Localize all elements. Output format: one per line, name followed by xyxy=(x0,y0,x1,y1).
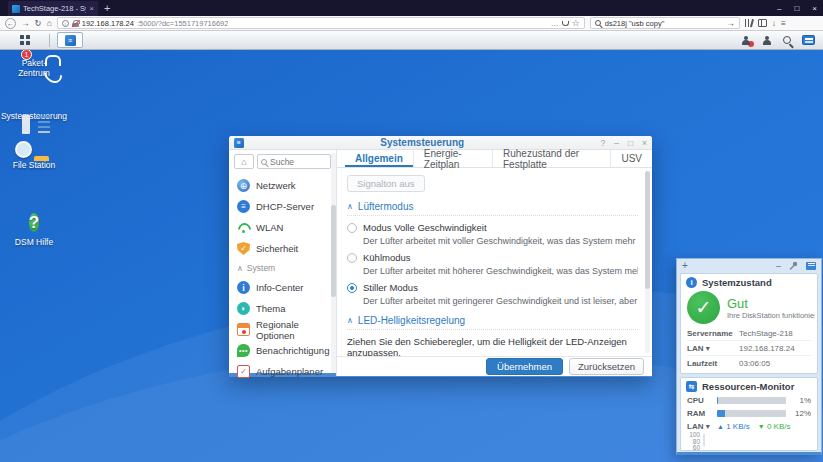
fan-radio[interactable] xyxy=(347,253,357,263)
regional-options-icon xyxy=(237,323,250,336)
desktop-icon-label: File Station xyxy=(2,160,66,170)
fan-option-quiet-mode[interactable]: Stiller Modus xyxy=(347,282,638,293)
browser-search-bar[interactable]: → xyxy=(590,17,740,29)
desktop-icon-systemsteuerung[interactable]: Systemsteuerung xyxy=(2,111,66,121)
search-go-icon[interactable]: → xyxy=(726,18,735,28)
lan-row[interactable]: LAN ▾ ▲ 1 KB/s ▼ 0 KB/s xyxy=(681,420,817,433)
forward-icon[interactable]: → xyxy=(21,18,30,28)
bookmark-star-icon[interactable]: ☆ xyxy=(572,18,580,28)
scrollbar-thumb[interactable] xyxy=(331,205,336,297)
library-icon[interactable] xyxy=(745,19,753,27)
notifications-icon[interactable] xyxy=(741,36,751,45)
tab-ruhezustand[interactable]: Ruhezustand der Festplatte xyxy=(492,150,610,167)
minimize-window-icon[interactable]: – xyxy=(777,4,781,13)
upload-arrow-icon: ▲ xyxy=(717,423,724,430)
home-button[interactable]: ⌂ xyxy=(234,154,254,169)
tab-usv[interactable]: USV xyxy=(610,150,652,167)
widgets-panel-icon[interactable] xyxy=(802,35,815,45)
sidebar-search[interactable] xyxy=(257,154,331,169)
sidebar-item-info-center[interactable]: i Info-Center xyxy=(229,277,336,298)
tab-allgemein[interactable]: Allgemein xyxy=(345,150,413,167)
system-health-header[interactable]: i Systemzustand xyxy=(681,274,817,290)
widget-title: Ressourcen-Monitor xyxy=(702,381,794,392)
row-value: TechStage-218 xyxy=(739,329,793,338)
resource-monitor-header[interactable]: ⇆ Ressourcen-Monitor xyxy=(681,378,817,394)
sidebar-item-dhcp-server[interactable]: ≡ DHCP-Server xyxy=(229,196,336,217)
tab-label: Energie-Zeitplan xyxy=(424,148,482,170)
section-title: LED-Helligkeitsregelung xyxy=(358,315,465,326)
content-scrollbar[interactable] xyxy=(645,171,650,353)
control-panel-sidebar: ⌂ ⊕ Netzwerk ≡ DHCP-Server xyxy=(229,150,337,376)
close-window-icon[interactable]: × xyxy=(812,4,817,13)
sidebar-scrollbar[interactable] xyxy=(331,153,336,373)
scrollbar-thumb[interactable] xyxy=(645,171,650,289)
fan-radio[interactable] xyxy=(347,223,357,233)
window-title: Systemsteuerung xyxy=(244,137,600,148)
cpu-label: CPU xyxy=(687,396,717,405)
cpu-row: CPU 1% xyxy=(681,394,817,407)
user-options-icon[interactable] xyxy=(762,36,772,45)
widget-title: Systemzustand xyxy=(702,277,772,288)
sidebar-item-regionale-optionen[interactable]: Regionale Optionen xyxy=(229,319,336,340)
fan-option-cool-mode[interactable]: Kühlmodus xyxy=(347,252,638,263)
downloads-icon[interactable]: ↓ xyxy=(772,18,776,28)
sidebar-toggle-icon[interactable] xyxy=(758,19,767,27)
section-title: Lüftermodus xyxy=(358,201,414,212)
sidebar-item-wlan[interactable]: WLAN xyxy=(229,217,336,238)
url-bar[interactable]: i 192.168.178.24:5000/?dc=1551719716692 … xyxy=(57,17,585,29)
desktop-icon-dsm-hilfe[interactable]: ? DSM Hilfe xyxy=(2,208,66,247)
sidebar-item-netzwerk[interactable]: ⊕ Netzwerk xyxy=(229,175,336,196)
new-tab-button[interactable]: + xyxy=(104,0,110,16)
fan-option-description: Der Lüfter arbeitet mit höherer Geschwin… xyxy=(363,266,638,276)
home-icon[interactable]: ⌂ xyxy=(47,18,52,28)
tab-label: Ruhezustand der Festplatte xyxy=(503,148,600,170)
help-icon[interactable]: ? xyxy=(600,138,605,148)
browser-search-input[interactable] xyxy=(605,19,723,28)
reload-icon[interactable]: ↻ xyxy=(35,18,42,28)
sidebar-search-input[interactable] xyxy=(270,157,320,167)
collapse-panel-icon[interactable]: – xyxy=(776,261,781,271)
ram-bar xyxy=(717,410,786,417)
beep-off-button[interactable]: Signalton aus xyxy=(347,175,425,192)
dsm-search-icon[interactable] xyxy=(783,36,791,44)
sidebar-item-benachrichtigung[interactable]: ••• Benachrichtigung xyxy=(229,340,336,361)
maximize-window-icon[interactable]: □ xyxy=(794,4,799,13)
add-widget-icon[interactable]: + xyxy=(682,259,688,272)
tab-close-icon[interactable]: × xyxy=(89,5,94,13)
sidebar-item-thema[interactable]: ◗ Thema xyxy=(229,298,336,319)
reset-button[interactable]: Zurücksetzen xyxy=(569,358,644,375)
health-row-lan[interactable]: LAN ▾ 192.168.178.24 xyxy=(687,340,811,355)
pocket-icon[interactable] xyxy=(562,21,569,26)
page-info-icon[interactable]: i xyxy=(62,20,69,27)
maximize-icon[interactable]: □ xyxy=(628,138,633,148)
back-icon[interactable]: ← xyxy=(5,18,16,29)
control-panel-main: Allgemein Energie-Zeitplan Ruhezustand d… xyxy=(337,150,652,376)
minimize-icon[interactable]: – xyxy=(614,138,619,148)
notification-badge xyxy=(748,41,754,47)
led-brightness-section-header[interactable]: ∧ LED-Helligkeitsregelung xyxy=(347,315,638,330)
desktop-icon-paket-zentrum[interactable]: 1 Paket-Zentrum xyxy=(2,58,66,78)
fan-radio[interactable] xyxy=(347,283,357,293)
cpu-bar-fill xyxy=(717,397,718,404)
health-ok-check-icon: ✓ xyxy=(687,291,720,324)
apply-button[interactable]: Übernehmen xyxy=(486,358,563,375)
system-health-body: ✓ Gut Ihre DiskStation funktioniert ei..… xyxy=(681,290,817,326)
control-panel-task-button[interactable]: ≡ xyxy=(57,32,83,48)
sidebar-item-sicherheit[interactable]: ✓ Sicherheit xyxy=(229,238,336,259)
sidebar-item-aufgabenplaner[interactable]: ✓ Aufgabenplaner xyxy=(229,361,336,382)
dock-panel-icon[interactable] xyxy=(806,262,816,270)
sidebar-section-system[interactable]: ∧ System xyxy=(229,259,336,277)
menu-hamburger-icon[interactable]: ≡ xyxy=(781,18,786,28)
desktop-icon-file-station[interactable]: File Station xyxy=(2,160,66,170)
lan-download-value: 0 KB/s xyxy=(767,422,791,431)
search-icon xyxy=(261,159,267,165)
fan-mode-section-header[interactable]: ∧ Lüftermodus xyxy=(347,201,638,216)
browser-tab[interactable]: TechStage-218 - Synology Disk × xyxy=(8,1,98,16)
main-menu-button[interactable] xyxy=(8,33,42,48)
fan-option-full-speed[interactable]: Modus Volle Geschwindigkeit xyxy=(347,222,638,233)
close-icon[interactable]: × xyxy=(642,138,647,148)
pin-panel-icon[interactable] xyxy=(789,261,798,270)
tab-energie-zeitplan[interactable]: Energie-Zeitplan xyxy=(413,150,492,167)
radio-label: Modus Volle Geschwindigkeit xyxy=(363,222,487,233)
page-actions-icon[interactable]: … xyxy=(551,19,559,28)
